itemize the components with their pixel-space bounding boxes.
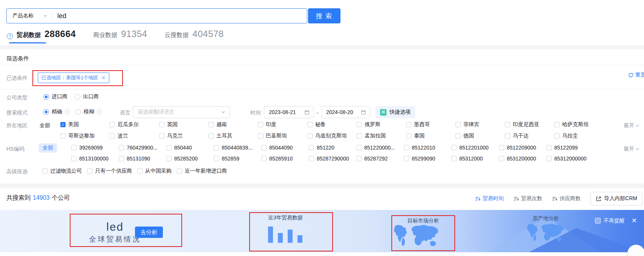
radio-fuzzy[interactable]: 模糊 i xyxy=(75,108,102,115)
chevron-down-icon xyxy=(636,147,639,151)
sort-trade-time[interactable]: 贸易时间 xyxy=(475,195,504,202)
region-option[interactable]: 乌干达 xyxy=(505,133,554,139)
hs-option[interactable]: 850440839... xyxy=(214,145,261,151)
checkbox-label: 菲律宾 xyxy=(463,121,479,128)
region-option[interactable]: 哈萨克斯坦 xyxy=(554,121,604,128)
region-expand-link[interactable]: 展开 xyxy=(624,122,639,129)
hs-option[interactable]: 8512201000 xyxy=(451,145,499,151)
hs-option[interactable]: 85312000 xyxy=(451,156,499,162)
reset-filters-link[interactable]: 重置 xyxy=(628,72,644,79)
results-summary: 共搜索到 14903 个公司 xyxy=(6,194,70,202)
info-icon[interactable]: i xyxy=(97,109,102,114)
region-option[interactable]: 俄罗斯 xyxy=(357,121,406,128)
tab-trade-data[interactable]: ? 贸易数据 288664 xyxy=(7,29,76,39)
region-option[interactable]: 墨西哥 xyxy=(406,121,455,128)
search-button[interactable]: 搜 索 xyxy=(308,8,340,23)
dismiss-checkbox[interactable] xyxy=(595,218,601,224)
hs-option[interactable]: 852859 xyxy=(214,156,261,162)
analyze-button[interactable]: 去分析 xyxy=(135,227,163,238)
info-icon[interactable]: i xyxy=(65,109,70,114)
language-select[interactable]: 请选择翻译语言 xyxy=(133,106,230,118)
region-option[interactable]: 哥斯达黎加 xyxy=(60,133,110,139)
hs-option[interactable]: 85122010 xyxy=(404,145,451,151)
region-option[interactable]: 英国 xyxy=(159,121,209,128)
hs-option[interactable]: 85299090 xyxy=(404,156,451,162)
hs-option[interactable]: 39269099 xyxy=(71,145,119,151)
hs-option[interactable]: 8513100000 xyxy=(71,156,119,162)
radio-label: 模糊 xyxy=(84,108,94,115)
region-option[interactable]: 土耳其 xyxy=(209,133,258,139)
checkbox-icon xyxy=(554,133,560,139)
region-option[interactable]: 秘鲁 xyxy=(307,121,357,128)
start-date-picker[interactable]: 2023-08-21 xyxy=(264,106,314,118)
tab-cloud-data[interactable]: 云搜数据 404578 xyxy=(164,29,224,39)
hs-option[interactable]: 760429900... xyxy=(119,145,166,151)
close-icon[interactable]: ✕ xyxy=(632,217,637,225)
region-option[interactable]: 印度尼西亚 xyxy=(505,121,554,128)
hs-option[interactable]: 85044090 xyxy=(261,145,309,151)
checkbox-label: 85299090 xyxy=(412,156,435,162)
search-input[interactable] xyxy=(52,12,307,20)
region-option[interactable]: 波兰 xyxy=(110,133,159,139)
checkbox-icon xyxy=(258,133,263,139)
selected-region-tag[interactable]: 已选地区：美国等1个地区 ✕ xyxy=(38,72,109,83)
checkbox-icon xyxy=(404,145,409,150)
advanced-option[interactable]: 从中国采购 xyxy=(137,168,172,174)
hs-option[interactable]: 85287290000 xyxy=(309,156,356,162)
hs-option[interactable]: 85131090 xyxy=(119,156,166,162)
question-circle-icon[interactable]: ? xyxy=(7,33,13,39)
hs-option[interactable]: 8512209000 xyxy=(499,145,546,151)
end-date-picker[interactable]: 2024-08-20 xyxy=(321,106,370,118)
checkbox-label: 俄罗斯 xyxy=(365,121,380,128)
checkbox-label: 哈萨克斯坦 xyxy=(562,121,589,128)
hs-option[interactable]: 85287292 xyxy=(356,156,404,162)
section-divider-band xyxy=(0,45,644,49)
sort-trade-count[interactable]: 贸易次数 xyxy=(514,195,542,202)
import-crm-button[interactable]: 导入内部CRM xyxy=(590,192,642,205)
search-category-select[interactable]: 产品名称 xyxy=(7,12,52,19)
region-option[interactable]: 乌克兰 xyxy=(159,133,209,139)
advanced-option[interactable]: 只有一个供应商 xyxy=(87,168,132,174)
hs-option[interactable]: 85312000000 xyxy=(546,156,594,162)
checkbox-label: 乌拉圭 xyxy=(562,133,578,139)
hs-option[interactable]: 85122099 xyxy=(546,145,594,151)
checkbox-label: 厄瓜多尔 xyxy=(118,121,139,128)
results-suffix: 个公司 xyxy=(52,194,70,202)
checkbox-icon xyxy=(356,156,362,161)
hs-option[interactable]: 851220 xyxy=(309,145,356,151)
region-option[interactable]: 厄瓜多尔 xyxy=(110,121,159,128)
region-option[interactable]: 越南 xyxy=(209,121,258,128)
advanced-option[interactable]: 过滤物流公司 xyxy=(42,168,82,174)
checkbox-label: 85312000 xyxy=(459,156,483,162)
region-option[interactable]: 菲律宾 xyxy=(455,121,505,128)
hs-expand-link[interactable]: 展开 xyxy=(624,146,639,153)
region-option[interactable]: 泰国 xyxy=(406,133,455,139)
company-type-label: 公司类型 xyxy=(6,94,28,101)
sort-supplier-count[interactable]: 供应商数 xyxy=(552,195,581,202)
radio-selected-icon xyxy=(43,94,49,100)
hs-option[interactable]: 85285200 xyxy=(166,156,214,162)
close-icon[interactable]: ✕ xyxy=(101,75,106,80)
radio-importer[interactable]: 进口商 xyxy=(43,93,67,100)
hs-option[interactable]: 850440 xyxy=(166,145,214,151)
analysis-promo-banner: led 全球贸易情况 去分析 近3年贸易数据 目标市场分析 原产地分析 xyxy=(0,210,644,252)
region-option[interactable]: 德国 xyxy=(455,133,505,139)
hs-all-badge[interactable]: 全部 xyxy=(39,143,57,153)
region-option[interactable]: 巴基斯坦 xyxy=(258,133,307,139)
radio-exporter[interactable]: 出口商 xyxy=(75,93,99,100)
hs-option[interactable]: 851220000... xyxy=(356,145,404,151)
region-option[interactable]: 印度 xyxy=(258,121,307,128)
tab-count: 91354 xyxy=(121,29,147,39)
quick-options-button[interactable]: ⌘ 快捷选项 xyxy=(376,106,415,118)
radio-precise[interactable]: 精确 i xyxy=(43,108,70,115)
region-option[interactable]: 乌兹别克斯坦 xyxy=(307,133,357,139)
checkbox-label: 越南 xyxy=(216,121,227,128)
region-option-checked[interactable]: ✓美国 xyxy=(60,121,110,128)
region-all-link[interactable]: 全部 xyxy=(40,122,50,129)
region-option[interactable]: 孟加拉国 xyxy=(357,133,406,139)
advanced-option[interactable]: 近一年新增进口商 xyxy=(177,168,227,174)
hs-option[interactable]: 85285910 xyxy=(261,156,309,162)
region-option[interactable]: 乌拉圭 xyxy=(554,133,604,139)
hs-option[interactable]: 8531200000 xyxy=(499,156,546,162)
tab-business-data[interactable]: 商业数据 91354 xyxy=(93,29,147,39)
